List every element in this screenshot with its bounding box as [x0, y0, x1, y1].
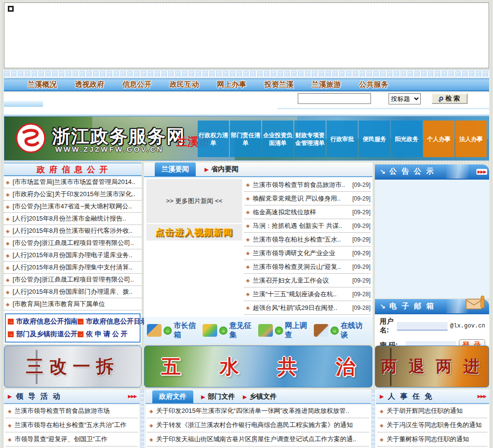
news-item[interactable]: ◈兰溪召开妇女儿童工作会议[09-29]	[244, 274, 370, 287]
banner-liangtui-liangjin[interactable]: 两 退 两 进	[375, 346, 489, 387]
nav-item-service[interactable]: 公共服务	[350, 80, 397, 89]
nav-item-government[interactable]: 透视政府	[66, 80, 113, 89]
personnel-item[interactable]: ◈关于董树标等同志任职的通知	[378, 432, 487, 447]
doc-item[interactable]: ◈关于印发2015年兰溪市深化“四张清单一张网”改革推进简政放权放管..	[147, 404, 369, 418]
banner-btn-approval[interactable]: 行政审批	[327, 121, 358, 157]
email-domain: @lx.gov.cn	[450, 323, 485, 329]
online-interview-link[interactable]: → 在线访谈	[314, 321, 370, 340]
link-apply-disclosure[interactable]: →依 申 请 公 开	[78, 330, 147, 339]
search-button[interactable]: 检 索	[431, 93, 468, 104]
news-date: [09-28]	[352, 291, 370, 298]
info-item[interactable]: ◈[人行]2015年8月份国库部门办理退库、拨..	[4, 286, 142, 298]
banner-wushui-gongzhi[interactable]: 五 水 共 治	[144, 346, 372, 387]
info-item[interactable]: ◈[市公管办]浙江鼎晟工程项目管理有限公司..	[4, 274, 142, 286]
tab-township-docs[interactable]: ▶ 乡镇文件	[243, 390, 276, 403]
banner-btn-fund-list[interactable]: 财政专项资金管理清单	[294, 121, 326, 157]
info-disclosure-links: →市政府信息公开指南 →市政府信息公开目录 →部门及乡镇街道公开 →依 申 请 …	[5, 313, 141, 343]
info-item[interactable]: ◈[人行]2015年8月份兰溪市银行代客涉外收..	[4, 225, 142, 237]
leader-item[interactable]: ◈兰溪市领导检查节前食品旅游市场	[6, 404, 138, 418]
news-item[interactable]: ◈兰溪市领导调研文化产业企业[09-29]	[244, 246, 370, 260]
news-date: [09-28]	[352, 305, 370, 311]
nav-item-interaction[interactable]: 政民互动	[161, 80, 208, 89]
nav-item-overview[interactable]: 兰溪概况	[19, 80, 66, 89]
username-input[interactable]	[397, 322, 448, 330]
main-navbar: 兰溪概况 透视政府 信息公开 政民互动 网上办事 投资兰溪 兰溪旅游 公共服务	[4, 79, 489, 91]
online-survey-link[interactable]: → 网上调查	[258, 321, 314, 340]
diamond-bullet-icon: ◈	[246, 209, 250, 215]
banner-btn-convenience[interactable]: 便民服务	[359, 121, 390, 157]
news-date: [09-29]	[352, 182, 370, 188]
search-bar: 按标题 检 索	[4, 92, 489, 105]
leader-activities-more-button[interactable]: ▶▶▶	[128, 394, 137, 399]
tab-lanxi-news[interactable]: 兰溪要闻	[155, 163, 196, 176]
diamond-bullet-icon: ◈	[246, 196, 250, 201]
right-panel: ↘ 公 告 公 示 ▶▶▶ ↘ 电 子 邮 箱 用户名: @lx.gov.	[375, 163, 489, 344]
banner-btn-transparency[interactable]: 阳光政务	[391, 121, 422, 157]
diamond-bullet-icon: ◈	[6, 241, 10, 246]
news-item[interactable]: ◈兰溪市领导在柏社乡检查“五水..[09-29]	[244, 233, 370, 246]
news-item[interactable]: ◈兰溪“十三五”规划座谈会在杭..[09-28]	[244, 287, 370, 301]
link-info-catalog[interactable]: →市政府信息公开目录	[78, 317, 147, 326]
tab-department-docs[interactable]: ▶ 部门文件	[201, 390, 235, 403]
announcements-more-button[interactable]: ▶▶▶	[476, 169, 487, 175]
nav-item-info[interactable]: 信息公开	[113, 80, 161, 89]
news-item[interactable]: ◈马涧：抢抓机遇 创新实干 共谋..[09-29]	[244, 219, 370, 233]
link-town-disclosure[interactable]: →部门及乡镇街道公开	[8, 330, 78, 339]
doc-item[interactable]: ◈关于印发天福山街区城南古巷片区房屋住户调查登记试点工作方案的通..	[147, 432, 369, 447]
info-item[interactable]: ◈[市政府办公室]关于印发2015年兰溪市深化..	[4, 188, 142, 201]
opinion-collection-link[interactable]: → 意见征集	[203, 321, 258, 340]
news-item[interactable]: ◈兰溪市领导检查灵洞云山“迎复..[09-29]	[244, 260, 370, 274]
banner-btn-power-list[interactable]: 行政权力清单	[198, 121, 229, 157]
info-item[interactable]: ◈[人行]2015年8月份兰溪市金融统计报告..	[4, 213, 142, 225]
info-item[interactable]: ◈[人行]2015年8月份国库办理集中支付清算..	[4, 262, 142, 274]
arrow-square-icon: →	[8, 331, 14, 337]
link-info-guide[interactable]: →市政府信息公开指南	[8, 317, 78, 326]
personnel-item[interactable]: ◈关于胡开辉同志任职的通知	[378, 404, 487, 418]
green-arrow-icon: →	[330, 326, 339, 335]
email-block: ↘ 电 子 邮 箱 用户名: @lx.gov.cn 密 码: 登 录	[375, 299, 489, 346]
banner-btn-duty-list[interactable]: 部门责任清单	[230, 121, 261, 157]
tab-province-news[interactable]: ▶ 省内要闻	[205, 163, 238, 176]
news-item[interactable]: ◈超强台风“杜鹃”或29日在闽登..[09-28]	[244, 301, 370, 315]
nav-item-online[interactable]: 网上办事	[208, 80, 255, 89]
search-input[interactable]	[298, 93, 371, 104]
nav-item-invest[interactable]: 投资兰溪	[255, 80, 303, 89]
doc-item[interactable]: ◈关于转发《浙江兰溪农村合作银行电商综合惠民工程实施方案》的通知	[147, 418, 369, 432]
search-category-select[interactable]: 按标题	[389, 93, 421, 104]
leader-item[interactable]: ◈市领导晨查“迎复评、创国卫”工作	[6, 432, 138, 447]
mayor-mailbox-link[interactable]: → 市长信箱	[147, 321, 203, 340]
news-date: [09-29]	[352, 209, 370, 216]
nav-item-tourism[interactable]: 兰溪旅游	[303, 80, 350, 89]
info-item[interactable]: ◈[市公管办]兰溪市47省道~黄大塘村联网公..	[4, 201, 142, 213]
banner-btn-corporate[interactable]: 法人办事	[455, 121, 487, 157]
leader-item[interactable]: ◈兰溪市领导在柏社乡检查“五水共治”工作	[6, 418, 138, 432]
meander-border-top: 回回回回回回回回回回回回回回回回回回回回回回回回回回回回回回回回回回回回回回回回…	[4, 70, 489, 78]
info-item[interactable]: ◈[市公管办]浙江鼎晟工程项目管理有限公司..	[4, 237, 142, 249]
news-date: [09-29]	[352, 250, 370, 257]
personnel-more-button[interactable]: ▶▶▶	[477, 394, 486, 399]
news-item[interactable]: ◈兰溪市领导检查节前食品旅游市..[09-29]	[244, 178, 370, 192]
email-login-form: 用户名: @lx.gov.cn 密 码: 登 录	[375, 313, 489, 346]
site-logo[interactable]	[15, 122, 46, 154]
meander-divider-right: 回回回回回回回回回回回回回回回回回回回回回回回回回回回回回回回回回回回回回回回回…	[371, 389, 376, 448]
video-news-link[interactable]: 点击进入视频新闻	[146, 224, 242, 241]
diamond-bullet-icon: ◈	[6, 180, 10, 185]
banner-btn-invest-list[interactable]: 企业投资负面清单	[262, 121, 293, 157]
diamond-bullet-icon: ◈	[246, 237, 250, 242]
decorative-blue-box	[4, 101, 43, 107]
news-item[interactable]: ◈唤醒党章党规意识 严以修身用..[09-29]	[244, 192, 370, 205]
more-pictures-link[interactable]: >> 更多图片新闻 <<	[146, 179, 242, 223]
info-item[interactable]: ◈[市市场监管局]兰溪市市场监督管理局2014..	[4, 176, 142, 188]
opinion-collection-icon	[203, 324, 217, 337]
site-banner: 浙江政务服务网 WWW.ZJZWFW.GOV.CN 兰溪市 行政权力清单 部门责…	[4, 116, 489, 161]
banner-btn-personal[interactable]: 个人办事	[423, 121, 454, 157]
news-item[interactable]: ◈临金高速拟定线位放样[09-29]	[244, 205, 370, 219]
mayor-mailbox-icon	[147, 324, 162, 337]
info-item[interactable]: ◈[人行]2015年8月份国库办理电子退库业务..	[4, 249, 142, 262]
personnel-item[interactable]: ◈关于冯汉生等同志职务任免的通知	[378, 418, 487, 432]
meander-divider-left: 回回回回回回回回回回回回回回回回回回回回回回回回回回回回回回回回回回回回回回回回…	[140, 389, 145, 448]
tab-government-docs[interactable]: 政府文件	[152, 390, 193, 403]
info-item[interactable]: ◈[市教育局]兰溪市教育局下属单位	[4, 298, 142, 310]
announcements-title: 公 告 公 示	[390, 167, 435, 176]
banner-sangai-yichai[interactable]: 三改一拆	[4, 346, 142, 387]
